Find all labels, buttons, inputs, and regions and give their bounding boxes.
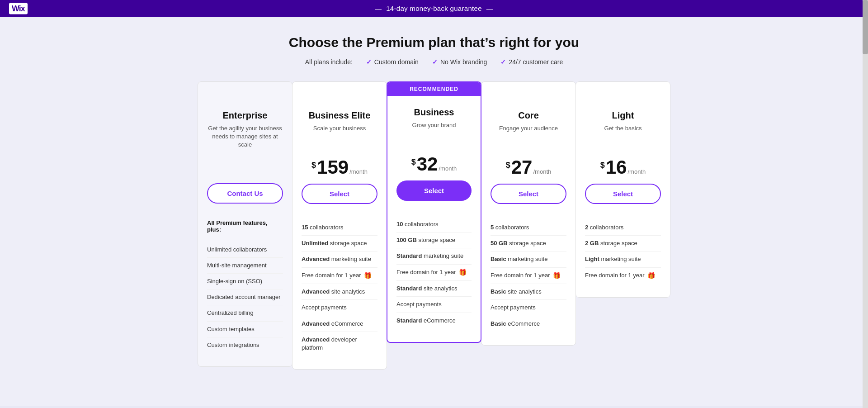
plan-desc-light: Get the basics <box>604 124 642 133</box>
list-item: Free domain for 1 year 🎁 <box>491 267 566 284</box>
wix-logo: Wix <box>9 3 28 14</box>
plan-cta-business: Select <box>387 180 481 210</box>
plan-header-core: Core Engage your audience <box>481 99 576 153</box>
check-icon-3: ✓ <box>500 58 506 66</box>
features-label: All plans include: <box>305 58 353 66</box>
list-item: 2 GB storage space <box>585 235 661 251</box>
plan-price-business-elite: $ 159 /month <box>292 153 387 184</box>
price-display-business-elite: $ 159 /month <box>311 158 368 177</box>
plan-enterprise: Enterprise Get the agility your business… <box>198 81 292 367</box>
list-item: Advanced eCommerce <box>302 316 377 332</box>
list-item: 5 collaborators <box>491 220 566 235</box>
guarantee-text: 14-day money-back guarantee <box>386 5 482 12</box>
gift-icon-core: 🎁 <box>553 271 561 280</box>
plan-cta-light: Select <box>576 184 670 213</box>
price-period-business: /month <box>439 165 457 172</box>
plan-business: RECOMMENDED Business Grow your brand $ 3… <box>387 81 481 343</box>
plan-header-light: Light Get the basics <box>576 99 670 153</box>
plans-container: Enterprise Get the agility your business… <box>140 81 728 370</box>
list-item: Free domain for 1 year 🎁 <box>302 267 377 284</box>
select-button-light[interactable]: Select <box>585 184 661 204</box>
plan-desc-business: Grow your brand <box>412 121 456 129</box>
plan-desc-core: Engage your audience <box>499 124 558 133</box>
enterprise-features-header: All Premium features, plus: <box>198 213 292 235</box>
price-display-light: $ 16 /month <box>600 158 646 177</box>
list-item: Standard marketing suite <box>396 248 472 264</box>
price-amount-core: 27 <box>511 158 533 177</box>
dash-left: — <box>375 5 382 12</box>
plan-header-enterprise: Enterprise Get the agility your business… <box>198 99 292 156</box>
plan-cta-enterprise: Contact Us <box>198 183 292 213</box>
list-item: Free domain for 1 year 🎁 <box>585 267 661 284</box>
plan-desc-business-elite: Scale your business <box>313 124 366 133</box>
list-item: Single-sign on (SSO) <box>207 273 283 289</box>
plan-cta-core: Select <box>481 184 576 213</box>
list-item: 100 GB storage space <box>396 232 472 248</box>
check-icon-1: ✓ <box>366 58 372 66</box>
list-item: Accept payments <box>491 299 566 315</box>
plan-name-light: Light <box>612 110 634 121</box>
check-icon-2: ✓ <box>432 58 438 66</box>
list-item: Unlimited collaborators <box>207 242 283 257</box>
list-item: Standard eCommerce <box>396 313 472 328</box>
list-item: Basic marketing suite <box>491 251 566 267</box>
scrollbar-thumb[interactable] <box>863 0 868 54</box>
main-content: Choose the Premium plan that’s right for… <box>0 17 868 406</box>
list-item: Free domain for 1 year 🎁 <box>396 264 472 281</box>
plan-header-business: Business Grow your brand <box>387 96 481 150</box>
scrollbar[interactable] <box>863 0 868 408</box>
plan-features-light: 2 collaborators 2 GB storage space Light… <box>576 213 670 284</box>
price-dollar-core: $ <box>506 161 510 170</box>
plan-features-enterprise: Unlimited collaborators Multi-site manag… <box>198 235 292 353</box>
price-dollar-light: $ <box>600 161 605 170</box>
list-item: Light marketing suite <box>585 251 661 267</box>
list-item: 10 collaborators <box>396 217 472 232</box>
page-title: Choose the Premium plan that’s right for… <box>9 35 859 50</box>
select-button-core[interactable]: Select <box>491 184 566 204</box>
price-display-core: $ 27 /month <box>506 158 551 177</box>
list-item: 2 collaborators <box>585 220 661 235</box>
list-item: Basic site analytics <box>491 284 566 299</box>
feature-text-2: No Wix branding <box>440 58 487 66</box>
feature-text-1: Custom domain <box>374 58 419 66</box>
select-button-business-elite[interactable]: Select <box>302 184 377 204</box>
list-item: Advanced marketing suite <box>302 251 377 267</box>
plan-features-business: 10 collaborators 100 GB storage space St… <box>387 210 481 328</box>
price-period: /month <box>349 168 368 175</box>
price-amount: 159 <box>317 158 349 177</box>
plan-price-business: $ 32 /month <box>387 150 481 180</box>
price-dollar-business: $ <box>411 157 416 167</box>
plan-business-elite: Business Elite Scale your business $ 159… <box>292 81 387 370</box>
select-button-business[interactable]: Select <box>396 180 472 201</box>
list-item: Accept payments <box>302 299 377 315</box>
plan-cta-business-elite: Select <box>292 184 387 213</box>
plan-name-business-elite: Business Elite <box>309 110 371 121</box>
plan-features-core: 5 collaborators 50 GB storage space Basi… <box>481 213 576 332</box>
plan-price-light: $ 16 /month <box>576 153 670 184</box>
plan-price-core: $ 27 /month <box>481 153 576 184</box>
list-item: Advanced developer platform <box>302 332 377 356</box>
list-item: Custom integrations <box>207 337 283 353</box>
dash-right: — <box>486 5 493 12</box>
list-item: Custom templates <box>207 321 283 337</box>
features-bar: All plans include: ✓ Custom domain ✓ No … <box>9 58 859 66</box>
list-item: Accept payments <box>396 296 472 312</box>
plan-light: Light Get the basics $ 16 /month Select … <box>576 81 670 298</box>
recommended-badge: RECOMMENDED <box>387 82 481 96</box>
list-item: 15 collaborators <box>302 220 377 235</box>
feature-no-branding: ✓ No Wix branding <box>432 58 487 66</box>
price-display-business: $ 32 /month <box>411 155 457 174</box>
gift-icon-light: 🎁 <box>647 271 655 280</box>
price-dollar: $ <box>311 161 316 170</box>
contact-us-button[interactable]: Contact Us <box>207 183 283 204</box>
list-item: Advanced site analytics <box>302 284 377 299</box>
price-period-core: /month <box>533 168 551 175</box>
price-period-light: /month <box>627 168 646 175</box>
feature-customer-care: ✓ 24/7 customer care <box>500 58 563 66</box>
list-item: Basic eCommerce <box>491 316 566 332</box>
plan-features-business-elite: 15 collaborators Unlimited storage space… <box>292 213 387 356</box>
gift-icon-business: 🎁 <box>459 268 467 277</box>
feature-text-3: 24/7 customer care <box>509 58 563 66</box>
list-item: Dedicated account manager <box>207 289 283 305</box>
plan-name-core: Core <box>518 110 539 121</box>
